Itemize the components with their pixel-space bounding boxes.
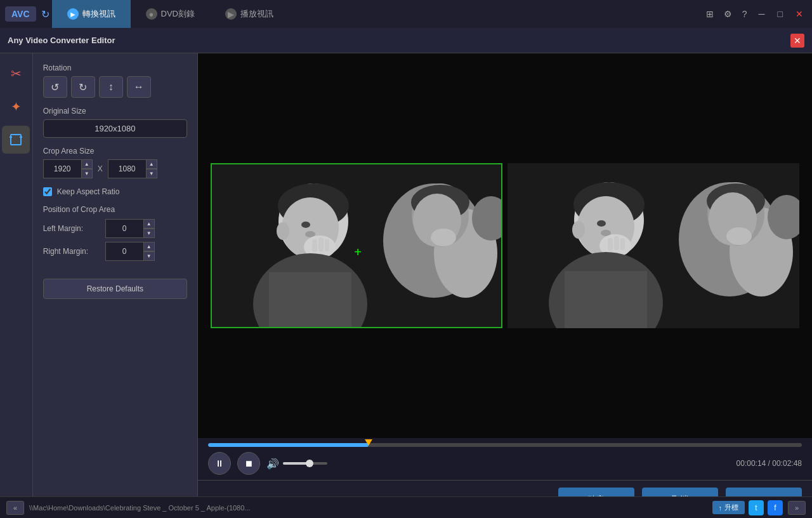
dvd-tab-icon: ● bbox=[146, 8, 157, 20]
rotate-right-button[interactable]: ↻ bbox=[71, 76, 95, 98]
position-section: Position of Crop Area Left Margin: 0 ▲ ▼… bbox=[43, 205, 187, 265]
crop-height-input[interactable]: 1080 bbox=[108, 159, 146, 178]
crop-width-down-button[interactable]: ▼ bbox=[81, 169, 93, 178]
upload-button[interactable]: ↑ 升標 bbox=[712, 501, 745, 514]
top-right-icons: ⊞ ⚙ ? ─ □ ✕ bbox=[704, 6, 807, 22]
left-margin-spinner: 0 ▲ ▼ bbox=[105, 219, 155, 238]
crop-width-spinner: 1920 ▲ ▼ bbox=[43, 159, 93, 178]
left-margin-input[interactable]: 0 bbox=[105, 219, 143, 238]
svg-rect-35 bbox=[614, 236, 619, 250]
original-size-section: Original Size 1920x1080 bbox=[43, 107, 187, 138]
volume-thumb bbox=[306, 460, 313, 467]
crop-width-input[interactable]: 1920 bbox=[43, 159, 81, 178]
settings-window-icon[interactable]: ⊞ bbox=[704, 6, 716, 22]
x-separator: X bbox=[98, 164, 103, 173]
progress-bar-bg bbox=[208, 443, 802, 447]
minimize-button[interactable]: ─ bbox=[755, 8, 769, 20]
rotation-label: Rotation bbox=[43, 63, 187, 72]
flip-horizontal-button[interactable]: ↔ bbox=[127, 76, 151, 98]
top-bar: AVC ↻ ▶ 轉換視訊 ● DVD刻錄 ▶ 播放視訊 ⊞ ⚙ ? ─ □ ✕ bbox=[0, 0, 812, 28]
crop-height-spinner: 1080 ▲ ▼ bbox=[108, 159, 157, 178]
svg-rect-15 bbox=[325, 239, 329, 251]
nav-left-button[interactable]: « bbox=[6, 501, 24, 515]
left-margin-spinners: ▲ ▼ bbox=[143, 219, 155, 238]
effects-tool-button[interactable]: ✦ bbox=[2, 93, 30, 121]
volume-row: 🔊 bbox=[266, 458, 327, 470]
volume-slider[interactable] bbox=[283, 462, 327, 465]
right-video-scene bbox=[508, 163, 799, 328]
original-size-label: Original Size bbox=[43, 107, 187, 116]
svg-point-30 bbox=[572, 221, 585, 239]
dialog-close-button[interactable]: ✕ bbox=[790, 34, 804, 48]
nav-right-button[interactable]: » bbox=[788, 501, 806, 515]
crop-area-label: Crop Area Size bbox=[43, 147, 187, 156]
stop-button[interactable]: ⏹ bbox=[237, 452, 260, 475]
scissors-tool-button[interactable]: ✂ bbox=[2, 60, 30, 88]
video-preview-area: + bbox=[198, 53, 812, 438]
progress-area[interactable] bbox=[208, 443, 802, 447]
right-margin-label: Right Margin: bbox=[43, 247, 100, 256]
right-margin-input[interactable]: 0 bbox=[105, 242, 143, 261]
left-margin-down-button[interactable]: ▼ bbox=[143, 229, 155, 238]
svg-rect-0 bbox=[11, 135, 21, 145]
keep-aspect-ratio-row: Keep Aspect Ratio bbox=[43, 187, 187, 196]
restore-defaults-button[interactable]: Restore Defaults bbox=[43, 279, 187, 299]
status-bar: « \\Mac\Home\Downloads\Celebrating Steve… bbox=[0, 496, 812, 518]
crop-icon bbox=[8, 132, 23, 147]
crop-width-spinners: ▲ ▼ bbox=[81, 159, 93, 178]
right-margin-up-button[interactable]: ▲ bbox=[143, 242, 155, 251]
right-margin-spinners: ▲ ▼ bbox=[143, 242, 155, 261]
facebook-button[interactable]: f bbox=[768, 500, 783, 515]
crop-height-up-button[interactable]: ▲ bbox=[146, 159, 157, 169]
editor-dialog: Any Video Converter Editor ✕ ✂ ✦ Rotatio… bbox=[0, 28, 812, 518]
convert-tab-icon: ▶ bbox=[67, 8, 79, 20]
crop-area-section: Crop Area Size 1920 ▲ ▼ X 1080 ▲ bbox=[43, 147, 187, 178]
keep-aspect-ratio-label[interactable]: Keep Aspect Ratio bbox=[57, 187, 120, 196]
svg-point-21 bbox=[431, 229, 456, 246]
keep-aspect-ratio-checkbox[interactable] bbox=[43, 187, 52, 196]
rotate-left-button[interactable]: ↺ bbox=[43, 76, 67, 98]
svg-rect-13 bbox=[312, 239, 317, 252]
right-video-frame bbox=[508, 163, 799, 328]
refresh-button[interactable]: ↻ bbox=[39, 6, 52, 23]
right-margin-row: Right Margin: 0 ▲ ▼ bbox=[43, 242, 187, 261]
svg-point-42 bbox=[726, 227, 752, 245]
crop-width-up-button[interactable]: ▲ bbox=[81, 159, 93, 169]
svg-rect-36 bbox=[620, 238, 625, 250]
right-margin-down-button[interactable]: ▼ bbox=[143, 251, 155, 261]
volume-icon: 🔊 bbox=[266, 458, 279, 470]
twitter-button[interactable]: t bbox=[749, 500, 764, 515]
tab-play-label: 播放視訊 bbox=[240, 8, 273, 20]
left-sidebar: ✂ ✦ bbox=[0, 53, 33, 518]
svg-rect-38 bbox=[565, 271, 647, 328]
controls-row: ⏸ ⏹ 🔊 00:00:14 / 00:02:48 bbox=[208, 452, 802, 475]
time-display: 00:00:14 / 00:02:48 bbox=[737, 459, 802, 468]
tab-dvd[interactable]: ● DVD刻錄 bbox=[131, 0, 210, 28]
position-label: Position of Crop Area bbox=[43, 205, 187, 214]
tab-convert[interactable]: ▶ 轉換視訊 bbox=[52, 0, 131, 28]
maximize-button[interactable]: □ bbox=[774, 8, 787, 20]
pause-button[interactable]: ⏸ bbox=[208, 452, 231, 475]
progress-bar-fill bbox=[208, 443, 369, 447]
close-window-button[interactable]: ✕ bbox=[792, 8, 807, 20]
crop-height-spinners: ▲ ▼ bbox=[146, 159, 157, 178]
play-tab-icon: ▶ bbox=[225, 8, 237, 20]
left-margin-row: Left Margin: 0 ▲ ▼ bbox=[43, 219, 187, 238]
rotation-section: Rotation ↺ ↻ ↕ ↔ bbox=[43, 63, 187, 98]
crop-size-row: 1920 ▲ ▼ X 1080 ▲ ▼ bbox=[43, 159, 187, 178]
stop-icon: ⏹ bbox=[244, 458, 253, 468]
help-icon[interactable]: ? bbox=[740, 6, 750, 22]
flip-vertical-button[interactable]: ↕ bbox=[99, 76, 123, 98]
rotation-buttons: ↺ ↻ ↕ ↔ bbox=[43, 76, 187, 98]
svg-rect-17 bbox=[269, 272, 351, 328]
tab-play[interactable]: ▶ 播放視訊 bbox=[210, 0, 289, 28]
left-margin-up-button[interactable]: ▲ bbox=[143, 219, 155, 229]
left-video-scene: + bbox=[212, 164, 502, 328]
video-controls: ⏸ ⏹ 🔊 00:00:14 / 00:02:48 bbox=[198, 438, 812, 480]
status-right-icons: ↑ 升標 t f bbox=[712, 500, 783, 515]
crop-tool-button[interactable] bbox=[2, 126, 30, 154]
left-control-panel: Rotation ↺ ↻ ↕ ↔ Original Size 1920x1080… bbox=[33, 53, 198, 518]
gear-icon[interactable]: ⚙ bbox=[721, 6, 735, 22]
left-video-frame-wrapper: + bbox=[211, 163, 502, 328]
crop-height-down-button[interactable]: ▼ bbox=[146, 169, 157, 178]
